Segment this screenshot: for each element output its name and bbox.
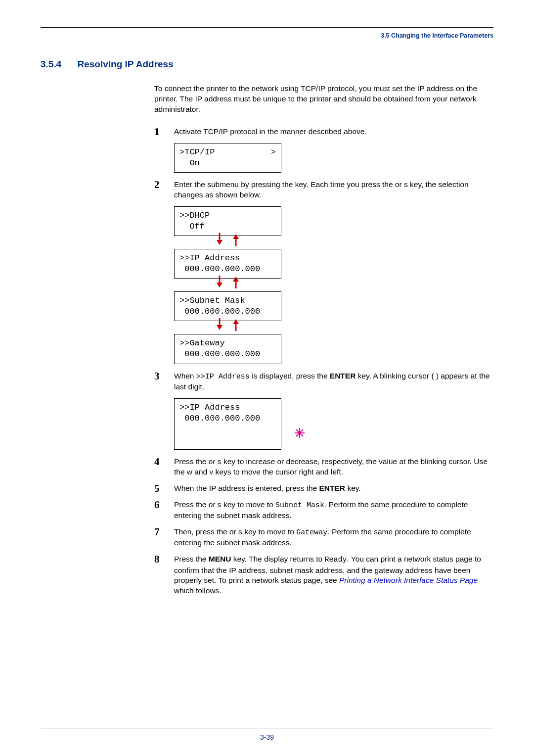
section-number: 3.5.4 <box>41 59 75 70</box>
step-6: 6 Press the or s key to move to Subnet M… <box>154 500 493 521</box>
lcd-gt: > <box>271 147 276 158</box>
lcd-line: >>Subnet Mask <box>179 296 245 305</box>
step-1-text: Activate TCP/IP protocol in the manner d… <box>174 127 493 137</box>
step-6-text: Press the or s key to move to Subnet Mas… <box>174 500 493 521</box>
lcd-line: >>Gateway <box>179 338 225 348</box>
step-4-text: Press the or s key to increase or decrea… <box>174 457 493 477</box>
svg-marker-5 <box>217 283 222 287</box>
step-1: 1 Activate TCP/IP protocol in the manner… <box>154 127 493 137</box>
arrow-up-icon <box>232 318 240 331</box>
svg-marker-7 <box>233 277 239 282</box>
lcd-line: >>IP Address <box>179 403 240 412</box>
step-5: 5 When the IP address is entered, press … <box>154 483 493 494</box>
arrow-connector <box>174 318 281 332</box>
step-3-number: 3 <box>154 371 174 392</box>
lcd-ip-edit: >>IP Address 000.000.000.000 <box>174 398 281 450</box>
lcd-line: Off <box>179 222 205 231</box>
step-8-number: 8 <box>154 554 174 596</box>
step-7-number: 7 <box>154 527 174 548</box>
step-1-number: 1 <box>154 127 174 137</box>
svg-marker-1 <box>217 240 222 245</box>
step-8-text: Press the MENU key. The display returns … <box>174 554 493 596</box>
step-5-number: 5 <box>154 483 174 494</box>
step-3: 3 When >>IP Address is displayed, press … <box>154 371 493 392</box>
lcd-ip-address: >>IP Address 000.000.000.000 <box>174 249 281 279</box>
step-2-number: 2 <box>154 180 174 200</box>
intro-paragraph: To connect the printer to the network us… <box>154 84 493 115</box>
svg-marker-3 <box>233 234 239 239</box>
step-7: 7 Then, press the or s key to move to Ga… <box>154 527 493 548</box>
page-number: 3-39 <box>0 733 534 741</box>
section-heading: 3.5.4 Resolving IP Address <box>41 59 493 70</box>
lcd-line: On <box>179 158 200 168</box>
running-head: 3.5 Changing the Interface Parameters <box>41 32 493 39</box>
lcd-line: >TCP/IP <box>179 147 215 157</box>
step-6-number: 6 <box>154 500 174 521</box>
arrow-up-icon <box>232 233 240 246</box>
step-3-text: When >>IP Address is displayed, press th… <box>174 371 493 392</box>
lcd-line: 000.000.000.000 <box>179 264 260 274</box>
top-rule <box>41 27 493 28</box>
step-5-text: When the IP address is entered, press th… <box>174 483 493 494</box>
cursor-blink-icon <box>264 417 274 425</box>
step-7-text: Then, press the or s key to move to Gate… <box>174 527 493 548</box>
arrow-connector <box>174 233 281 247</box>
step-2: 2 Enter the submenu by pressing the key.… <box>154 180 493 200</box>
arrow-down-icon <box>216 233 223 246</box>
lcd-line: 000.000.000.000 <box>179 349 260 359</box>
arrow-up-icon <box>232 276 240 288</box>
lcd-subnet-mask: >>Subnet Mask 000.000.000.000 <box>174 291 281 321</box>
arrow-down-icon <box>216 318 223 331</box>
lcd-line: 000.000.000.000 <box>179 307 260 316</box>
lcd-line: 000.000.000.000 <box>179 414 260 423</box>
step-8: 8 Press the MENU key. The display return… <box>154 554 493 596</box>
section-title: Resolving IP Address <box>77 59 173 69</box>
cross-ref-link[interactable]: Printing a Network Interface Status Page <box>339 576 478 584</box>
lcd-line: >>DHCP <box>179 211 210 220</box>
lcd-line: >>IP Address <box>179 253 240 263</box>
step-4-number: 4 <box>154 457 174 477</box>
step-2-text: Enter the submenu by pressing the key. E… <box>174 180 493 200</box>
bottom-rule <box>41 728 493 728</box>
arrow-down-icon <box>216 276 223 288</box>
svg-marker-9 <box>217 325 222 330</box>
arrow-connector <box>174 276 281 289</box>
lcd-dhcp: >>DHCP Off <box>174 206 281 236</box>
step-4: 4 Press the or s key to increase or decr… <box>154 457 493 477</box>
svg-marker-11 <box>233 319 239 324</box>
lcd-gateway: >>Gateway 000.000.000.000 <box>174 334 281 364</box>
lcd-tcpip: >TCP/IP> On <box>174 143 281 173</box>
